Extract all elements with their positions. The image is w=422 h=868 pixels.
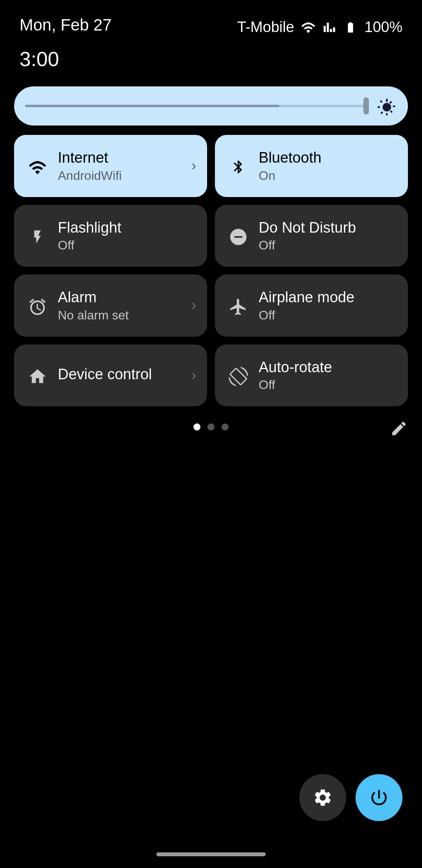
airplane-label: Airplane mode — [259, 289, 354, 307]
wifi-icon — [27, 155, 48, 177]
page-dot-1 — [193, 423, 200, 430]
dnd-tile-text: Do Not Disturb Off — [259, 219, 356, 253]
tile-internet[interactable]: Internet AndroidWifi › — [14, 135, 207, 197]
brightness-fill — [25, 105, 279, 107]
tile-airplane[interactable]: Airplane mode Off — [215, 274, 408, 337]
bottom-buttons — [299, 774, 402, 821]
flashlight-sub: Off — [58, 238, 122, 253]
flashlight-tile-text: Flashlight Off — [58, 219, 122, 253]
bluetooth-icon — [227, 155, 249, 177]
status-time: 3:00 — [0, 39, 422, 71]
airplane-tile-text: Airplane mode Off — [259, 289, 354, 323]
tile-bluetooth[interactable]: Bluetooth On — [215, 135, 408, 197]
device-control-label: Device control — [58, 366, 152, 384]
brightness-icon — [377, 95, 397, 117]
tile-dnd[interactable]: Do Not Disturb Off — [215, 205, 408, 267]
dnd-label: Do Not Disturb — [259, 219, 356, 237]
power-button[interactable] — [356, 774, 402, 821]
signal-status-icon — [322, 21, 336, 34]
internet-label: Internet — [58, 149, 122, 167]
battery-percentage: 100% — [365, 19, 402, 36]
autorotate-sub: Off — [259, 378, 332, 392]
status-bar: Mon, Feb 27 T-Mobile 100% — [0, 0, 422, 39]
status-date: Mon, Feb 27 — [20, 16, 112, 34]
tile-flashlight[interactable]: Flashlight Off — [14, 205, 207, 267]
alarm-sub: No alarm set — [58, 308, 129, 323]
internet-sub: AndroidWifi — [58, 169, 122, 183]
tile-device-control[interactable]: Device control › — [14, 344, 207, 407]
tile-alarm[interactable]: Alarm No alarm set › — [14, 274, 207, 337]
dnd-icon — [227, 225, 249, 247]
status-right-group: T-Mobile 100% — [237, 16, 402, 36]
tiles-grid: Internet AndroidWifi › Bluetooth On — [14, 135, 408, 406]
airplane-sub: Off — [259, 308, 354, 323]
autorotate-tile-text: Auto-rotate Off — [259, 359, 332, 393]
brightness-slider[interactable] — [14, 86, 408, 126]
wifi-status-icon — [300, 21, 316, 34]
airplane-icon — [227, 294, 249, 316]
device-control-tile-text: Device control — [58, 366, 152, 385]
alarm-icon — [27, 294, 48, 316]
autorotate-icon — [227, 364, 249, 386]
page-dot-2 — [207, 423, 215, 430]
autorotate-label: Auto-rotate — [259, 359, 332, 377]
device-control-chevron-icon: › — [191, 367, 196, 384]
alarm-chevron-icon: › — [191, 297, 196, 314]
carrier-label: T-Mobile — [237, 19, 294, 36]
flashlight-icon — [27, 225, 48, 247]
battery-status-icon — [343, 21, 358, 34]
alarm-tile-text: Alarm No alarm set — [58, 289, 129, 323]
brightness-track — [25, 105, 364, 107]
alarm-label: Alarm — [58, 289, 129, 307]
page-indicators — [14, 423, 408, 430]
internet-chevron-icon: › — [191, 158, 196, 174]
internet-tile-text: Internet AndroidWifi — [58, 149, 122, 183]
home-icon — [27, 364, 48, 386]
settings-button[interactable] — [299, 774, 346, 821]
quick-settings-panel: Internet AndroidWifi › Bluetooth On — [0, 71, 422, 442]
dnd-sub: Off — [259, 238, 356, 253]
flashlight-label: Flashlight — [58, 219, 122, 237]
edit-button[interactable] — [390, 416, 408, 438]
page-dot-3 — [222, 423, 229, 430]
tile-autorotate[interactable]: Auto-rotate Off — [215, 344, 408, 407]
bluetooth-sub: On — [259, 169, 322, 183]
nav-bar — [156, 852, 266, 856]
bluetooth-label: Bluetooth — [259, 149, 322, 167]
brightness-handle[interactable] — [363, 97, 369, 115]
bluetooth-tile-text: Bluetooth On — [259, 149, 322, 183]
